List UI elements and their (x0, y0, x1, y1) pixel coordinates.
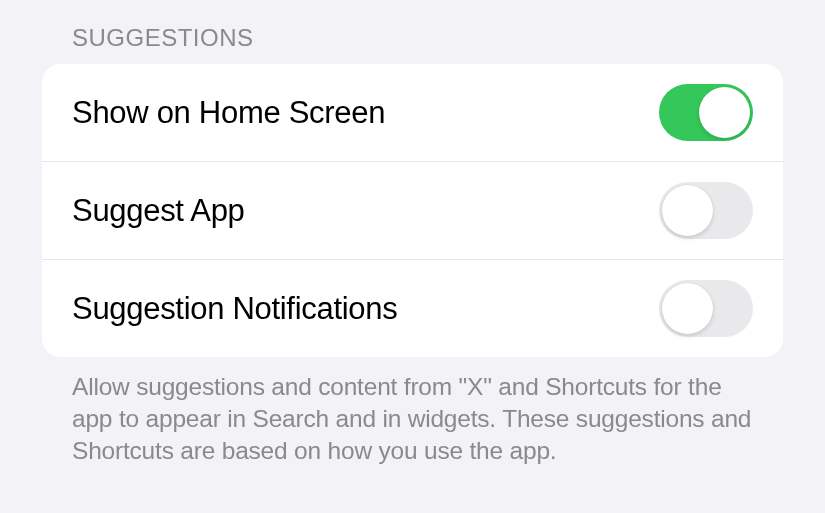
setting-label: Suggestion Notifications (72, 291, 397, 327)
setting-row-suggestion-notifications: Suggestion Notifications (42, 260, 783, 357)
setting-label: Suggest App (72, 193, 245, 229)
toggle-knob (699, 87, 750, 138)
setting-row-show-on-home-screen: Show on Home Screen (42, 64, 783, 162)
toggle-suggest-app[interactable] (659, 182, 753, 239)
toggle-show-on-home-screen[interactable] (659, 84, 753, 141)
section-footer: Allow suggestions and content from "X" a… (42, 357, 783, 467)
settings-section: SUGGESTIONS Show on Home Screen Suggest … (0, 0, 825, 467)
setting-label: Show on Home Screen (72, 95, 385, 131)
section-header: SUGGESTIONS (42, 24, 783, 64)
settings-group: Show on Home Screen Suggest App Suggesti… (42, 64, 783, 357)
toggle-suggestion-notifications[interactable] (659, 280, 753, 337)
toggle-knob (662, 283, 713, 334)
toggle-knob (662, 185, 713, 236)
setting-row-suggest-app: Suggest App (42, 162, 783, 260)
